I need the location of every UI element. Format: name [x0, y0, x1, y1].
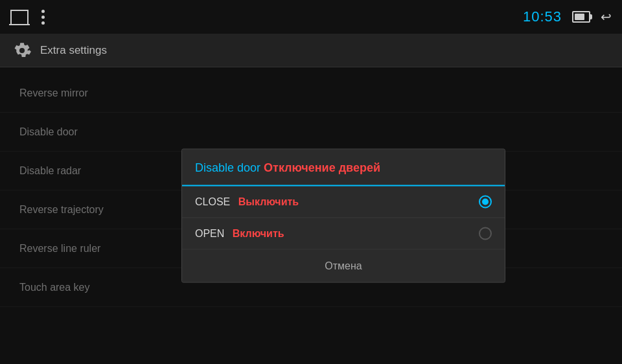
disable-door-dialog: Disable door Отключение дверей CLOSE Вык…: [181, 149, 505, 283]
header-title: Extra settings: [40, 44, 107, 57]
dialog-option-open-ru: Включить: [233, 228, 284, 239]
menu-dots-icon[interactable]: [41, 10, 45, 25]
gear-icon: [13, 41, 31, 60]
dialog-option-close-en: CLOSE: [195, 196, 230, 207]
clock-display: 10:53: [523, 8, 562, 25]
app-header: Extra settings: [0, 34, 622, 67]
dialog-cancel-button[interactable]: Отмена: [182, 250, 505, 282]
status-bar-right: 10:53 ↩: [523, 8, 612, 25]
battery-icon: [572, 11, 590, 23]
dialog-title-en: Disable door: [195, 161, 260, 174]
status-bar-left: [10, 10, 45, 25]
back-icon[interactable]: ↩: [601, 9, 612, 25]
status-bar: 10:53 ↩: [0, 0, 622, 34]
main-content: Reverse mirror Disable door Disable rada…: [0, 67, 622, 364]
radio-button-close[interactable]: [479, 196, 492, 209]
dialog-option-close[interactable]: CLOSE Выключить: [182, 187, 505, 218]
dialog-title-ru: Отключение дверей: [264, 161, 380, 174]
radio-button-open[interactable]: [479, 227, 492, 240]
home-icon[interactable]: [10, 10, 29, 24]
dialog-option-open-en: OPEN: [195, 228, 224, 239]
dialog-option-close-ru: Выключить: [238, 196, 299, 207]
dialog-title: Disable door Отключение дверей: [182, 150, 505, 187]
dialog-option-open[interactable]: OPEN Включить: [182, 218, 505, 250]
